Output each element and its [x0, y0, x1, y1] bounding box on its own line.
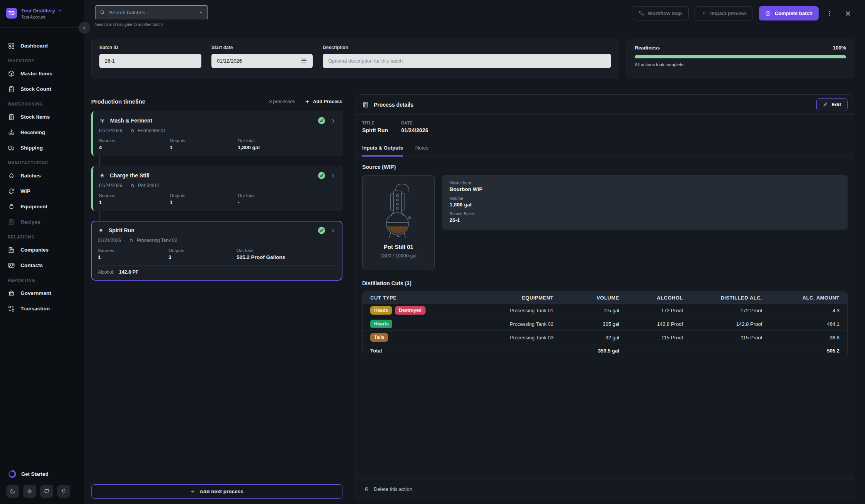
cell-distilled-alc: 115 Proof	[691, 335, 770, 341]
flame-icon	[99, 172, 106, 179]
plus-icon	[190, 489, 196, 494]
sidebar-item-transaction[interactable]: Transaction	[0, 301, 84, 316]
add-process-button[interactable]: Add Process	[305, 99, 342, 104]
stat-out-total: Out total505.2 Proof Gallons	[237, 248, 336, 260]
sidebar-item-label: Master Items	[20, 71, 53, 77]
equipment-card[interactable]: Pot Still 01 1800 / 10000 gal	[362, 175, 435, 270]
equipment-capacity: 1800 / 10000 gal	[380, 253, 416, 259]
tab-notes[interactable]: Notes	[415, 139, 428, 157]
settings-button[interactable]	[23, 485, 36, 498]
search-input[interactable]: Search batches...	[95, 5, 208, 19]
sidebar-header: TD Test Distillery Test Account	[0, 0, 84, 28]
description-placeholder: Optional description for this batch	[328, 58, 403, 64]
chevron-right-icon	[330, 228, 336, 233]
swap-icon	[8, 305, 15, 312]
col-alcohol: ALCOHOL	[627, 295, 691, 301]
process-equipment: Processing Tank 02	[137, 238, 177, 243]
process-card-charge-still[interactable]: Charge the Still 01/24/2026· Pot Still 0…	[91, 166, 342, 211]
stat-outputs: Outputs3	[169, 248, 237, 260]
impact-preview-button[interactable]: Impact preview	[695, 6, 753, 20]
meta-dot: ·	[124, 238, 126, 243]
process-card-spirit-run[interactable]: Spirit Run 01/24/2026· Processing Tank 0…	[91, 221, 342, 281]
dark-mode-button[interactable]	[6, 485, 19, 498]
sidebar-item-equipment[interactable]: Equipment	[0, 199, 84, 214]
table-row: Heads Destroyed Processing Tank 01 2.5 g…	[363, 303, 847, 317]
notifications-button[interactable]	[57, 485, 70, 498]
cell-alcohol: 115 Proof	[627, 335, 691, 341]
pot-still-illustration	[376, 181, 421, 238]
sidebar-item-receiving[interactable]: Receiving	[0, 124, 84, 140]
stat-out-total: Out total-	[238, 193, 336, 205]
chat-icon	[44, 488, 50, 494]
search-icon	[99, 9, 106, 15]
process-name: Charge the Still	[110, 172, 150, 179]
sidebar-item-companies[interactable]: Companies	[0, 242, 84, 257]
start-date-value: 01/12/2026	[217, 58, 242, 64]
sidebar-collapse-button[interactable]	[78, 22, 90, 34]
status-badge-destroyed: Destroyed	[395, 306, 426, 315]
sidebar-section-relations: RELATIONS	[0, 232, 84, 242]
org-switcher[interactable]: Test Distillery	[21, 8, 62, 14]
kettle-icon	[130, 128, 135, 133]
source-heading: Source (WIP)	[362, 164, 848, 170]
process-meta: TITLE Spirit Run DATE 01/24/2026	[356, 115, 854, 139]
bell-icon	[61, 488, 67, 494]
chevron-right-icon	[330, 173, 336, 179]
timeline-connector	[99, 211, 100, 221]
batch-form-row: Batch ID 26-1 Start date 01/12/2026 Desc…	[91, 39, 854, 79]
sidebar-item-stock-count[interactable]: Stock Count	[0, 81, 84, 97]
batch-id-input[interactable]: 26-1	[99, 54, 201, 68]
stat-sources: Sources4	[99, 138, 170, 150]
edit-button[interactable]: Edit	[816, 98, 848, 111]
kettle-icon	[130, 183, 135, 188]
complete-batch-button[interactable]: Complete batch	[759, 6, 819, 20]
sidebar-item-shipping[interactable]: Shipping	[0, 140, 84, 155]
readiness-progress-fill	[635, 55, 846, 58]
source-batch-value: 26-1	[450, 217, 840, 223]
org-block: Test Distillery Test Account	[21, 8, 62, 27]
production-timeline: Production timeline 3 processes Add Proc…	[91, 94, 342, 500]
start-date-field-group: Start date 01/12/2026	[211, 45, 313, 73]
process-equipment: Fermenter 01	[138, 128, 166, 133]
sidebar-item-label: Shipping	[20, 145, 43, 151]
sidebar-item-label: WIP	[20, 188, 31, 194]
notebook-icon	[362, 101, 369, 108]
description-input[interactable]: Optional description for this batch	[323, 54, 611, 68]
close-button[interactable]	[843, 8, 853, 19]
more-menu-button[interactable]	[824, 9, 834, 19]
sidebar-item-government[interactable]: Government	[0, 285, 84, 301]
get-started[interactable]: Get Started	[6, 468, 78, 480]
avatar[interactable]: TD	[6, 8, 17, 19]
cell-alcohol: 142.8 Proof	[627, 321, 691, 327]
sidebar-item-batches[interactable]: Batches	[0, 168, 84, 183]
sidebar-item-wip[interactable]: WIP	[0, 183, 84, 199]
chat-button[interactable]	[40, 485, 53, 498]
add-next-process-button[interactable]: Add next process	[91, 484, 342, 499]
sidebar-item-master-items[interactable]: Master Items	[0, 66, 84, 81]
sidebar-item-stock-items[interactable]: Stock Items	[0, 109, 84, 124]
batch-form-card: Batch ID 26-1 Start date 01/12/2026 Desc…	[91, 39, 619, 79]
completed-check-icon	[317, 116, 326, 125]
equipment-name: Pot Still 01	[384, 243, 414, 250]
inbox-in-icon	[8, 129, 15, 136]
source-batch-group: Source Batch 26-1	[450, 211, 840, 223]
delete-action-button[interactable]: Delete this action	[364, 486, 412, 492]
sidebar-item-label: Companies	[20, 247, 49, 253]
sidebar-item-contacts[interactable]: Contacts	[0, 257, 84, 273]
col-cut-type: CUT TYPE	[363, 295, 468, 301]
start-date-label: Start date	[211, 45, 313, 50]
sidebar: TD Test Distillery Test Account Dashboar…	[0, 0, 84, 504]
sidebar-nav: Dashboard INVENTORY Master Items Stock C…	[0, 28, 84, 316]
col-alc-amount: ALC. AMOUNT	[770, 295, 847, 301]
tab-inputs-outputs[interactable]: Inputs & Outputs	[362, 139, 403, 157]
process-card-mash-ferment[interactable]: Mash & Ferment 01/12/2026· Fermenter 01 …	[91, 111, 342, 156]
timeline-connector	[99, 156, 100, 166]
start-date-input[interactable]: 01/12/2026	[211, 54, 313, 68]
meta-title-label: TITLE	[362, 121, 388, 125]
sidebar-item-label: Dashboard	[20, 43, 48, 49]
meta-title-value: Spirit Run	[362, 127, 388, 133]
sidebar-item-dashboard[interactable]: Dashboard	[0, 38, 84, 53]
workflow-map-button[interactable]: Workflow map	[632, 6, 689, 20]
meta-date-group: DATE 01/24/2026	[401, 121, 428, 133]
sidebar-item-recipes[interactable]: Recipes	[0, 214, 84, 230]
